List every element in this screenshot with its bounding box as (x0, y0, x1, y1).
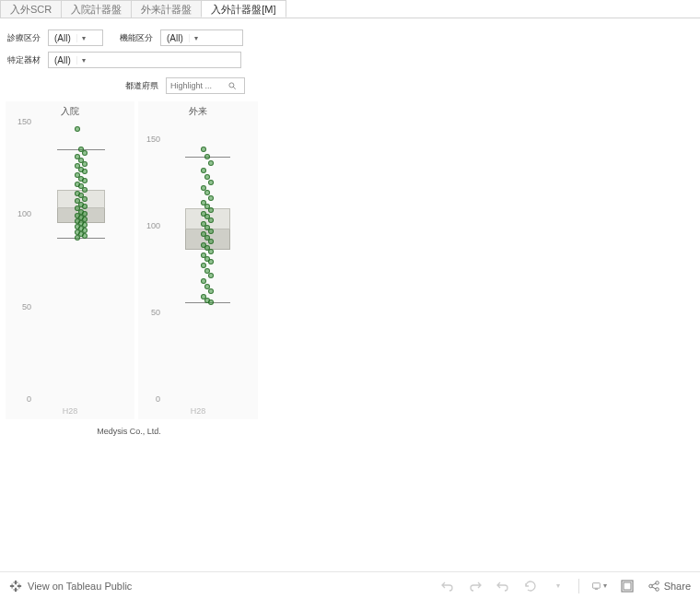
data-point[interactable] (82, 233, 88, 239)
share-icon (648, 580, 660, 593)
toolbar-separator (578, 579, 579, 593)
tab-bar: 入外SCR 入院計器盤 外来計器盤 入外計器盤[M] (0, 0, 700, 18)
svg-point-0 (229, 83, 234, 88)
data-point[interactable] (82, 161, 88, 167)
data-point[interactable] (208, 195, 214, 201)
data-point[interactable] (82, 169, 88, 174)
svg-line-18 (651, 586, 655, 588)
chart-area: 入院 050100150 H28 外来 050100150 H28 (0, 101, 700, 419)
highlight-row: 都道府県 (118, 74, 700, 101)
chart-title-gairai: 外来 (138, 101, 258, 123)
x-axis-label-gairai: H28 (138, 406, 258, 416)
fullscreen-button[interactable] (620, 579, 635, 593)
x-axis-label-nyuin: H28 (6, 406, 134, 416)
data-point[interactable] (82, 150, 88, 156)
filter-tokutei-label: 特定器材 (7, 54, 41, 66)
filter-shinryo-label: 診療区分 (7, 32, 41, 44)
dropdown-tokutei[interactable]: (All) ▾ (48, 52, 241, 68)
data-point[interactable] (82, 187, 88, 193)
filter-row-1: 診療区分 (All) ▾ 機能区分 (All) ▾ (0, 18, 700, 52)
dropdown-tokutei-value: (All) (49, 55, 76, 65)
view-on-tableau-link[interactable]: View on Tableau Public (9, 580, 132, 593)
data-point[interactable] (82, 178, 88, 183)
boxplot-gairai[interactable]: 050100150 (162, 122, 252, 399)
dropdown-shinryo-value: (All) (49, 33, 76, 43)
svg-rect-11 (594, 588, 597, 589)
svg-rect-7 (12, 583, 13, 588)
svg-rect-3 (13, 581, 18, 582)
share-button[interactable]: Share (648, 580, 691, 593)
undo-button[interactable] (440, 579, 455, 593)
svg-point-16 (655, 587, 659, 591)
y-tick-label: 100 (9, 209, 31, 218)
filter-row-2: 特定器材 (All) ▾ (0, 52, 700, 74)
svg-point-15 (655, 581, 659, 584)
tableau-logo-icon (9, 580, 22, 593)
view-on-tableau-label: View on Tableau Public (28, 581, 132, 592)
dropdown-kinou[interactable]: (All) ▾ (160, 29, 243, 46)
data-point[interactable] (201, 147, 206, 152)
data-point[interactable] (208, 288, 214, 294)
y-tick-label: 0 (9, 394, 31, 404)
data-point[interactable] (201, 168, 206, 173)
chevron-down-icon: ▾ (551, 579, 566, 593)
chart-panel-gairai: 外来 050100150 H28 (138, 101, 258, 419)
redo-button[interactable] (468, 579, 483, 593)
data-point[interactable] (208, 217, 214, 223)
filter-shinryo: 診療区分 (All) ▾ (7, 29, 103, 46)
y-tick-label: 50 (138, 308, 160, 317)
device-preview-button[interactable]: ▾ (592, 579, 607, 593)
svg-rect-10 (592, 582, 600, 588)
data-point[interactable] (204, 154, 210, 159)
svg-line-17 (651, 582, 655, 584)
y-tick-label: 150 (9, 117, 31, 126)
data-point[interactable] (208, 160, 214, 166)
highlight-input[interactable] (170, 81, 228, 90)
data-point[interactable] (208, 229, 214, 234)
dropdown-shinryo[interactable]: (All) ▾ (48, 29, 103, 46)
credit-text: Medysis Co., Ltd. (0, 419, 258, 436)
y-tick-label: 0 (138, 394, 160, 404)
data-point[interactable] (208, 180, 214, 185)
filter-todofuken-label: 都道府県 (125, 80, 158, 92)
search-icon (228, 81, 237, 90)
filter-kinou-label: 機能区分 (120, 32, 153, 44)
tab-nyugai-m[interactable]: 入外計器盤[M] (201, 0, 286, 18)
chart-panel-nyuin: 入院 050100150 H28 (6, 101, 134, 419)
data-point[interactable] (208, 259, 214, 264)
chevron-down-icon: ▾ (76, 34, 91, 42)
svg-rect-9 (19, 583, 20, 588)
tab-nyugai-scr[interactable]: 入外SCR (0, 0, 62, 18)
svg-rect-5 (13, 589, 18, 590)
data-point[interactable] (208, 207, 214, 213)
data-point[interactable] (75, 235, 80, 241)
data-point[interactable] (208, 300, 214, 305)
tab-gairai[interactable]: 外来計器盤 (131, 0, 202, 18)
svg-rect-13 (624, 582, 631, 590)
dropdown-kinou-value: (All) (161, 33, 189, 43)
toolbar-right: ▾ ▾ Share (440, 579, 691, 593)
data-point[interactable] (82, 204, 88, 209)
y-tick-label: 50 (9, 302, 31, 311)
chevron-down-icon: ▾ (189, 34, 204, 42)
boxplot-nyuin[interactable]: 050100150 (33, 122, 129, 399)
revert-button[interactable] (496, 579, 510, 593)
data-point[interactable] (208, 249, 214, 254)
chevron-down-icon: ▾ (76, 56, 91, 65)
bottom-toolbar: View on Tableau Public ▾ ▾ Share (0, 571, 700, 599)
data-point[interactable] (208, 239, 214, 244)
y-tick-label: 150 (138, 135, 160, 144)
tab-nyuin[interactable]: 入院計器盤 (61, 0, 132, 18)
data-point[interactable] (75, 126, 80, 132)
highlight-search[interactable] (166, 77, 245, 94)
data-point[interactable] (208, 273, 214, 278)
data-point[interactable] (82, 196, 88, 202)
svg-line-1 (233, 87, 236, 89)
share-label: Share (664, 581, 691, 592)
filter-kinou: 機能区分 (All) ▾ (120, 29, 243, 46)
refresh-button[interactable] (523, 579, 538, 593)
y-tick-label: 100 (138, 221, 160, 230)
